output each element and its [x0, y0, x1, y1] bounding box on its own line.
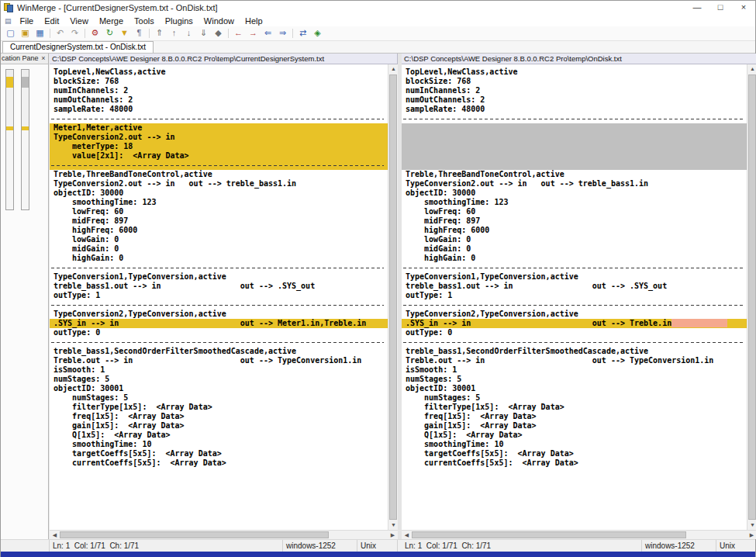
- scroll-left-icon[interactable]: ◀: [402, 531, 412, 540]
- code-line[interactable]: Treble.out --> in out --> TypeConversion…: [402, 356, 747, 365]
- code-line[interactable]: treble_bass1,SecondOrderFilterSmoothedCa…: [50, 347, 388, 356]
- code-line[interactable]: highFreq: 6000: [402, 226, 747, 235]
- code-line[interactable]: objectID: 30001: [402, 384, 747, 393]
- close-button[interactable]: ×: [732, 1, 755, 15]
- close-icon[interactable]: ×: [39, 54, 48, 64]
- code-line[interactable]: treble_bass1.out --> in out --> .SYS_out: [50, 282, 388, 291]
- code-line[interactable]: TopLevel,NewClass,active: [50, 67, 388, 77]
- separator-line[interactable]: [50, 337, 388, 347]
- code-line[interactable]: numStages: 5: [402, 393, 747, 403]
- code-line[interactable]: Q[1x5]: <Array Data>: [50, 431, 388, 440]
- left-hscroll-track[interactable]: [60, 531, 388, 539]
- code-line[interactable]: TopLevel,NewClass,active: [402, 67, 747, 77]
- filter-icon[interactable]: ▼: [118, 27, 131, 40]
- right-file-path[interactable]: C:\DSP Concepts\AWE Designer 8.B.0.0.RC2…: [402, 54, 756, 64]
- scroll-right-icon[interactable]: ▶: [747, 531, 756, 540]
- code-line[interactable]: currentCoeffs[5x5]: <Array Data>: [402, 458, 747, 468]
- missing-line[interactable]: [402, 133, 747, 142]
- missing-line[interactable]: [402, 161, 747, 170]
- whitespace-icon[interactable]: ¶: [133, 27, 146, 40]
- separator-line[interactable]: [50, 300, 388, 310]
- prev-diff-icon[interactable]: ↑: [167, 27, 181, 40]
- code-line[interactable]: outType: 1: [402, 291, 747, 300]
- save-icon[interactable]: ▦: [33, 27, 47, 40]
- redo-icon[interactable]: ↷: [68, 27, 81, 40]
- first-diff-icon[interactable]: ⇑: [153, 27, 166, 40]
- code-line[interactable]: blockSize: 768: [50, 77, 388, 86]
- missing-line[interactable]: [402, 151, 747, 161]
- code-line[interactable]: smoothingTime: 123: [402, 198, 747, 207]
- code-line[interactable]: numOutChannels: 2: [402, 95, 747, 105]
- code-line[interactable]: midFreq: 897: [50, 216, 388, 226]
- code-line[interactable]: TypeConversion1,TypeConversion,active: [402, 272, 747, 282]
- menu-edit[interactable]: Edit: [39, 16, 64, 26]
- separator-line[interactable]: [402, 114, 747, 123]
- code-line[interactable]: currentCoeffs[5x5]: <Array Data>: [50, 458, 388, 468]
- separator-line[interactable]: [50, 114, 388, 123]
- menu-tools[interactable]: Tools: [129, 16, 160, 26]
- code-line[interactable]: numInChannels: 2: [402, 86, 747, 95]
- code-line[interactable]: treble_bass1,SecondOrderFilterSmoothedCa…: [402, 347, 747, 356]
- code-line[interactable]: midGain: 0: [402, 244, 747, 254]
- code-line[interactable]: .SYS_in --> in out --> Treble.in: [402, 319, 747, 328]
- code-line[interactable]: outType: 0: [402, 328, 747, 337]
- separator-line[interactable]: [402, 263, 747, 272]
- code-line[interactable]: TypeConversion2.out --> in out --> trebl…: [50, 179, 388, 189]
- code-line[interactable]: blockSize: 768: [402, 77, 747, 86]
- code-line[interactable]: numOutChannels: 2: [50, 95, 388, 105]
- maximize-button[interactable]: □: [709, 1, 732, 15]
- code-line[interactable]: objectID: 30001: [50, 384, 388, 393]
- right-horizontal-scrollbar[interactable]: ◀ ▶: [402, 530, 756, 539]
- code-line[interactable]: lowFreq: 60: [402, 207, 747, 216]
- left-code-area[interactable]: TopLevel,NewClass,activeblockSize: 768nu…: [50, 64, 388, 530]
- missing-line[interactable]: [402, 123, 747, 133]
- code-line[interactable]: Treble,ThreeBandToneControl,active: [402, 170, 747, 179]
- left-vertical-scrollbar[interactable]: ▲ ▼: [388, 64, 398, 530]
- code-line[interactable]: targetCoeffs[5x5]: <Array Data>: [50, 449, 388, 458]
- code-line[interactable]: numStages: 5: [50, 393, 388, 403]
- code-line[interactable]: freq[1x5]: <Array Data>: [50, 412, 388, 421]
- code-line[interactable]: midGain: 0: [50, 244, 388, 254]
- copy-all-right-icon[interactable]: ⇒: [276, 27, 289, 40]
- code-line[interactable]: Treble.out --> in out --> TypeConversion…: [50, 356, 388, 365]
- code-line[interactable]: Meter1,Meter,active: [50, 123, 388, 133]
- scroll-right-icon[interactable]: ▶: [388, 531, 398, 540]
- left-horizontal-scrollbar[interactable]: ◀ ▶: [50, 530, 398, 539]
- last-diff-icon[interactable]: ⇓: [197, 27, 210, 40]
- menu-help[interactable]: Help: [240, 16, 268, 26]
- code-line[interactable]: meterType: 18: [50, 142, 388, 151]
- right-vertical-scrollbar[interactable]: ▲ ▼: [747, 64, 756, 530]
- code-line[interactable]: filterType[1x5]: <Array Data>: [50, 403, 388, 412]
- code-line[interactable]: highGain: 0: [50, 254, 388, 263]
- code-line[interactable]: outType: 0: [50, 328, 388, 337]
- undo-icon[interactable]: ↶: [54, 27, 67, 40]
- code-line[interactable]: filterType[1x5]: <Array Data>: [402, 403, 747, 412]
- code-line[interactable]: highFreq: 6000: [50, 226, 388, 235]
- separator-line[interactable]: [50, 263, 388, 272]
- separator-line[interactable]: [402, 300, 747, 310]
- code-line[interactable]: Q[1x5]: <Array Data>: [402, 431, 747, 440]
- code-line[interactable]: lowGain: 0: [50, 235, 388, 244]
- menu-merge[interactable]: Merge: [94, 16, 129, 26]
- code-line[interactable]: highGain: 0: [402, 254, 747, 263]
- left-file-path[interactable]: C:\DSP Concepts\AWE Designer 8.B.0.0.RC2…: [50, 54, 398, 64]
- left-hscroll-thumb[interactable]: [60, 531, 329, 538]
- code-line[interactable]: smoothingTime: 10: [50, 440, 388, 449]
- code-line[interactable]: gain[1x5]: <Array Data>: [402, 421, 747, 431]
- new-icon[interactable]: ▢: [4, 27, 17, 40]
- plugins-icon[interactable]: ◈: [311, 27, 324, 40]
- right-vscroll-thumb[interactable]: [748, 74, 756, 520]
- code-line[interactable]: isSmooth: 1: [402, 365, 747, 375]
- code-line[interactable]: value[2x1]: <Array Data>: [50, 151, 388, 161]
- code-line[interactable]: TypeConversion2.out --> in: [50, 133, 388, 142]
- separator-line[interactable]: [402, 337, 747, 347]
- next-diff-icon[interactable]: ↓: [182, 27, 195, 40]
- code-line[interactable]: lowGain: 0: [402, 235, 747, 244]
- tab-file-compare[interactable]: CurrentDesignerSystem.txt - OnDisk.txt: [2, 41, 154, 53]
- code-line[interactable]: outType: 1: [50, 291, 388, 300]
- swap-panes-icon[interactable]: ⇄: [296, 27, 309, 40]
- code-line[interactable]: TypeConversion2.out --> in out --> trebl…: [402, 179, 747, 189]
- right-hscroll-track[interactable]: [412, 531, 747, 539]
- menu-window[interactable]: Window: [198, 16, 240, 26]
- location-bar-right[interactable]: [21, 69, 29, 210]
